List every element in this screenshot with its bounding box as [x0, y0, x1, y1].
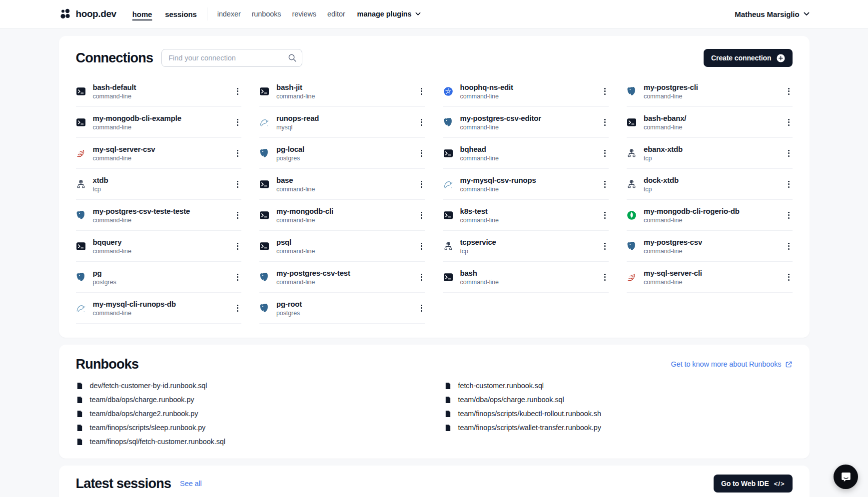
connection-item[interactable]: k8s-test command-line [443, 200, 609, 231]
connection-name: bash-default [93, 83, 136, 91]
runbook-item[interactable]: fetch-customer.runbook.sql [444, 379, 793, 393]
connection-name: ebanx-xtdb [644, 145, 683, 153]
connection-item[interactable]: pg-local postgres [259, 138, 425, 169]
connection-item[interactable]: my-postgres-csv command-line [627, 231, 793, 262]
kebab-menu-button[interactable] [785, 147, 793, 159]
connection-item[interactable]: dock-xtdb tcp [627, 169, 793, 200]
kebab-menu-button[interactable] [234, 178, 241, 190]
connection-item[interactable]: base command-line [259, 169, 425, 200]
connection-name: my-mongodb-cli-example [93, 114, 181, 122]
kebab-menu-button[interactable] [785, 116, 793, 128]
runbook-item[interactable]: team/finops/scripts/wallet-transfer.runb… [444, 421, 793, 435]
connection-item[interactable]: my-mongodb-cli command-line [259, 200, 425, 231]
kebab-menu-button[interactable] [234, 271, 241, 283]
runbook-item[interactable]: team/dba/ops/charge2.runbook.py [76, 407, 424, 421]
kebab-menu-button[interactable] [785, 271, 793, 283]
connection-item[interactable]: my-postgres-csv-test command-line [259, 262, 425, 293]
code-icon: </> [774, 480, 785, 488]
connection-type: command-line [276, 248, 315, 255]
kebab-menu-button[interactable] [234, 240, 241, 252]
hoop-logo-icon [59, 7, 72, 20]
kebab-menu-button[interactable] [418, 116, 425, 128]
connection-item[interactable]: bash command-line [443, 262, 609, 293]
kebab-menu-button[interactable] [418, 209, 425, 221]
connection-item[interactable]: my-mongodb-cli-example command-line [76, 107, 242, 138]
connection-item[interactable]: pg postgres [76, 262, 242, 293]
mysql-icon [443, 179, 453, 189]
kebab-menu-button[interactable] [418, 271, 425, 283]
connection-item[interactable]: my-postgres-csv-teste-teste command-line [76, 200, 242, 231]
connection-item[interactable]: tcpservice tcp [443, 231, 609, 262]
nav-sessions[interactable]: sessions [165, 10, 196, 18]
chat-widget-button[interactable] [834, 465, 858, 489]
kebab-menu-button[interactable] [418, 147, 425, 159]
hoop-logo[interactable]: hoop.dev [59, 7, 116, 20]
document-icon [76, 410, 83, 418]
connection-item[interactable]: pg-root postgres [259, 293, 425, 324]
kebab-menu-button[interactable] [601, 85, 609, 97]
kebab-menu-button[interactable] [601, 178, 609, 190]
connection-item[interactable]: bqquery command-line [76, 231, 242, 262]
runbook-item[interactable]: team/finops/scripts/sleep.runbook.py [76, 421, 424, 435]
kebab-menu-button[interactable] [601, 147, 609, 159]
connection-item[interactable]: my-mysql-csv-runops command-line [443, 169, 609, 200]
runbook-path: fetch-customer.runbook.sql [458, 382, 544, 390]
runbooks-docs-link[interactable]: Get to know more about Runbooks [671, 360, 793, 368]
runbook-item[interactable]: team/finops/sql/fetch-customer.runbook.s… [76, 435, 424, 449]
connection-item[interactable]: my-postgres-cli command-line [627, 76, 793, 107]
connection-item[interactable]: my-postgres-csv-editor command-line [443, 107, 609, 138]
kebab-menu-button[interactable] [418, 178, 425, 190]
search-input[interactable] [161, 49, 302, 67]
kebab-menu-button[interactable] [234, 147, 241, 159]
connection-item[interactable]: bqhead command-line [443, 138, 609, 169]
create-connection-button[interactable]: Create connection [704, 49, 792, 67]
connection-type: command-line [93, 248, 131, 255]
connection-name: psql [276, 238, 315, 246]
mongodb-icon [627, 210, 637, 220]
connection-item[interactable]: my-sql-server-cli command-line [627, 262, 793, 293]
manage-plugins-menu[interactable]: manage plugins [357, 10, 421, 18]
connection-item[interactable]: my-mysql-cli-runops-db command-line [76, 293, 242, 324]
kebab-menu-button[interactable] [234, 302, 241, 314]
runbook-item[interactable]: team/finops/scripts/kubectl-rollout.runb… [444, 407, 793, 421]
kebab-menu-button[interactable] [601, 116, 609, 128]
kebab-menu-button[interactable] [234, 209, 241, 221]
runbook-item[interactable]: dev/fetch-customer-by-id.runbook.sql [76, 379, 424, 393]
connection-item[interactable]: bash-ebanx/ command-line [627, 107, 793, 138]
kebab-menu-button[interactable] [601, 209, 609, 221]
connection-item[interactable]: my-mongodb-cli-rogerio-db command-line [627, 200, 793, 231]
connection-item[interactable]: psql command-line [259, 231, 425, 262]
user-menu[interactable]: Matheus Marsiglio [735, 10, 809, 18]
kebab-menu-button[interactable] [601, 240, 609, 252]
connection-item[interactable]: xtdb tcp [76, 169, 242, 200]
connection-item[interactable]: hoophq-ns-edit command-line [443, 76, 609, 107]
connection-name: pg-local [276, 145, 304, 153]
runbook-path: team/finops/scripts/sleep.runbook.py [90, 424, 206, 432]
kebab-menu-button[interactable] [785, 85, 793, 97]
nav-indexer[interactable]: indexer [217, 10, 241, 18]
connection-item[interactable]: bash-default command-line [76, 76, 242, 107]
runbooks-title: Runbooks [76, 357, 139, 372]
see-all-link[interactable]: See all [180, 480, 202, 488]
nav-runbooks[interactable]: runbooks [252, 10, 281, 18]
runbook-item[interactable]: team/dba/ops/charge.runbook.py [76, 393, 424, 407]
connection-item[interactable]: runops-read mysql [259, 107, 425, 138]
kebab-menu-button[interactable] [234, 85, 241, 97]
connection-item[interactable]: bash-jit command-line [259, 76, 425, 107]
kebab-menu-button[interactable] [234, 116, 241, 128]
go-to-web-ide-button[interactable]: Go to Web IDE </> [714, 475, 792, 493]
runbook-item[interactable]: team/dba/ops/charge.runbook.sql [444, 393, 793, 407]
nav-editor[interactable]: editor [327, 10, 345, 18]
kebab-menu-button[interactable] [418, 240, 425, 252]
nav-home[interactable]: home [132, 10, 152, 18]
primary-nav: home sessions [132, 10, 197, 18]
kebab-menu-button[interactable] [418, 302, 425, 314]
connection-item[interactable]: ebanx-xtdb tcp [627, 138, 793, 169]
nav-reviews[interactable]: reviews [292, 10, 316, 18]
kebab-menu-button[interactable] [785, 240, 793, 252]
connection-item[interactable]: my-sql-server-csv command-line [76, 138, 242, 169]
kebab-menu-button[interactable] [601, 271, 609, 283]
kebab-menu-button[interactable] [785, 178, 793, 190]
kebab-menu-button[interactable] [418, 85, 425, 97]
kebab-menu-button[interactable] [785, 209, 793, 221]
